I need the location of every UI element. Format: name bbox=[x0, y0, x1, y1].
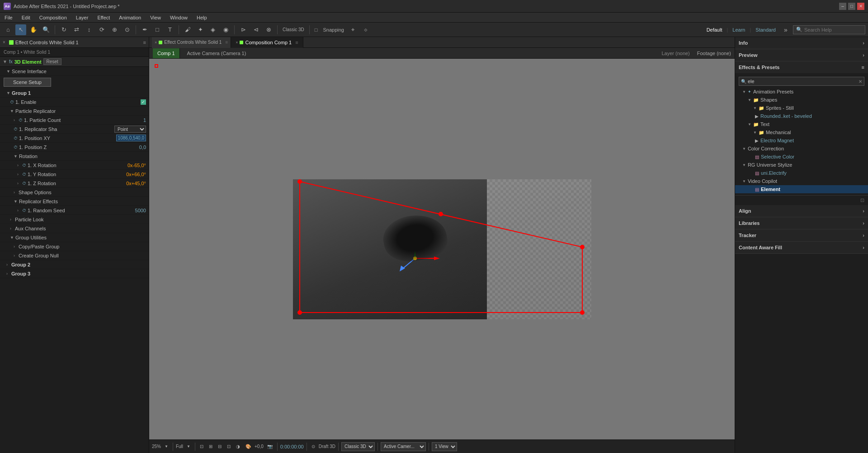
info-expand[interactable]: › bbox=[863, 40, 864, 46]
text-arrow[interactable]: ▼ bbox=[748, 122, 751, 126]
view-mode-select[interactable]: Classic 3D bbox=[341, 442, 375, 451]
hand-tool[interactable]: ✋ bbox=[28, 24, 39, 35]
menu-window[interactable]: Window bbox=[168, 14, 189, 21]
group3-arrow[interactable]: › bbox=[6, 271, 10, 276]
pos-xy-stopwatch[interactable]: ⏱ bbox=[14, 136, 18, 140]
rotate-tool[interactable]: ↻ bbox=[58, 24, 69, 35]
zoom-tool[interactable]: 🔍 bbox=[41, 24, 52, 35]
info-header[interactable]: Info › bbox=[735, 37, 868, 49]
particle-count-value[interactable]: 1 bbox=[143, 117, 146, 123]
3d-draft-btn[interactable]: ⊙ bbox=[310, 443, 317, 450]
menu-view[interactable]: View bbox=[148, 14, 163, 21]
stamp-tool[interactable]: ✦ bbox=[195, 24, 206, 35]
group-utilities-arrow[interactable]: ▼ bbox=[10, 235, 14, 240]
menu-composition[interactable]: Composition bbox=[38, 14, 69, 21]
y-rot-stopwatch[interactable]: ⏱ bbox=[22, 172, 26, 177]
eraser-tool[interactable]: ◈ bbox=[208, 24, 218, 35]
workspace-more[interactable]: » bbox=[780, 24, 791, 35]
corner-tl[interactable] bbox=[155, 64, 158, 68]
tab-composition[interactable]: × Composition Comp 1 ≡ bbox=[231, 37, 303, 48]
effects-search-clear[interactable]: ✕ bbox=[859, 79, 862, 84]
camera-tool-4[interactable]: ⊕ bbox=[109, 24, 120, 35]
enable-checkbox[interactable]: ✓ bbox=[141, 99, 146, 105]
random-seed-expand[interactable]: › bbox=[17, 208, 21, 213]
preview-expand[interactable]: › bbox=[863, 52, 864, 58]
camera-snap-btn[interactable]: 📷 bbox=[265, 443, 274, 450]
camera-tool-3[interactable]: ⟳ bbox=[96, 24, 107, 35]
selective-color-preset[interactable]: ▤ Selective Color bbox=[735, 153, 868, 161]
text-group[interactable]: ▼ 📁 Text bbox=[735, 120, 868, 128]
sprites-arrow[interactable]: ▼ bbox=[753, 106, 757, 110]
align-expand[interactable]: › bbox=[863, 208, 864, 214]
workspace-learn[interactable]: Learn bbox=[730, 26, 748, 33]
y-rotation-value[interactable]: 0x+66,0° bbox=[126, 172, 146, 177]
menu-animation[interactable]: Animation bbox=[117, 14, 143, 21]
reset-button[interactable]: Reset bbox=[43, 58, 61, 65]
effect-tab-menu[interactable]: ≡ bbox=[225, 40, 228, 45]
x-rot-stopwatch[interactable]: ⏱ bbox=[22, 163, 26, 168]
grid-btn[interactable]: ⊞ bbox=[207, 443, 214, 450]
camera-view-select[interactable]: Active Camer... bbox=[381, 442, 426, 451]
comp-tab-close[interactable]: × bbox=[236, 40, 238, 45]
z-rotation-value[interactable]: 0x+45,0° bbox=[126, 181, 146, 186]
tab-effect-controls[interactable]: × Effect Controls White Solid 1 ≡ bbox=[152, 37, 231, 48]
tracker-header[interactable]: Tracker › bbox=[735, 229, 868, 241]
zoom-select[interactable]: ▼ bbox=[163, 444, 170, 449]
panel-resize-handle[interactable]: ⊡ bbox=[735, 196, 868, 205]
search-help-input[interactable] bbox=[804, 27, 859, 33]
brush-tool[interactable]: 🖌 bbox=[182, 24, 193, 35]
anim-presets-arrow[interactable]: ▼ bbox=[742, 90, 746, 94]
camera-tool-2[interactable]: ↕ bbox=[84, 24, 94, 35]
effects-search-input[interactable] bbox=[748, 79, 857, 84]
video-copilot-group[interactable]: ▼ Video Copilot bbox=[735, 177, 868, 185]
random-seed-stopwatch[interactable]: ⏱ bbox=[22, 208, 26, 213]
menu-edit[interactable]: Edit bbox=[20, 14, 32, 21]
rounded-bevel-preset[interactable]: ▶ Rounded..ket - beveled bbox=[735, 112, 868, 120]
text-tool[interactable]: T bbox=[165, 24, 175, 35]
animation-presets-group[interactable]: ▼ ✦ Animation Presets bbox=[735, 88, 868, 96]
camera-tool-5[interactable]: ⊙ bbox=[122, 24, 132, 35]
sprites-still-group[interactable]: ▼ 📁 Sprites - Still bbox=[735, 104, 868, 112]
content-aware-header[interactable]: Content Aware Fill › bbox=[735, 242, 868, 253]
ruler-btn[interactable]: ⊡ bbox=[225, 443, 232, 450]
y-rot-expand[interactable]: › bbox=[17, 172, 21, 177]
effect-tab-close[interactable]: × bbox=[155, 40, 157, 45]
x-rotation-value[interactable]: 0x-65,0° bbox=[127, 163, 146, 168]
rotation-arrow[interactable]: ▼ bbox=[14, 154, 18, 159]
motion-blur-btn[interactable]: ◑ bbox=[234, 443, 242, 450]
color-correction-group[interactable]: ▼ Color Correction bbox=[735, 145, 868, 153]
effects-presets-header[interactable]: Effects & Presets ≡ bbox=[735, 61, 868, 73]
rg-universe-group[interactable]: ▼ RG Universe Stylize bbox=[735, 161, 868, 169]
panel-menu-btn[interactable]: ≡ bbox=[143, 40, 146, 45]
position-z-value[interactable]: 0,0 bbox=[139, 145, 146, 150]
menu-effect[interactable]: Effect bbox=[95, 14, 112, 21]
view-count-select[interactable]: 1 View bbox=[432, 442, 457, 451]
snap-mode-btn[interactable]: ⌖ bbox=[348, 24, 359, 35]
maximize-button[interactable]: □ bbox=[848, 3, 855, 10]
close-button[interactable]: ✕ bbox=[857, 3, 864, 10]
color-mgmt-btn[interactable]: 🎨 bbox=[244, 443, 253, 450]
minimize-button[interactable]: – bbox=[839, 3, 846, 10]
position-xy-value[interactable]: 1086,0,540,0 bbox=[116, 135, 146, 141]
aux-channels-arrow[interactable]: › bbox=[10, 226, 14, 231]
quality-select[interactable]: ▼ bbox=[185, 444, 192, 449]
libraries-header[interactable]: Libraries › bbox=[735, 217, 868, 229]
home-button[interactable]: ⌂ bbox=[3, 24, 14, 35]
menu-help[interactable]: Help bbox=[195, 14, 209, 21]
viewer-comp-tab[interactable]: Comp 1 bbox=[153, 48, 180, 58]
pin-tool-3[interactable]: ⊗ bbox=[263, 24, 274, 35]
shapes-arrow[interactable]: ▼ bbox=[748, 98, 751, 102]
particle-count-expand[interactable]: › bbox=[14, 118, 17, 122]
particle-replicator-arrow[interactable]: ▼ bbox=[10, 109, 14, 113]
scene-setup-btn[interactable]: Scene Setup bbox=[4, 78, 51, 87]
replicator-shape-stopwatch[interactable]: ⏱ bbox=[14, 127, 18, 131]
panel-close-btn[interactable]: × bbox=[3, 40, 5, 45]
mechanical-group[interactable]: ▼ 📁 Mechanical bbox=[735, 128, 868, 136]
effect-expand-arrow[interactable]: ▼ bbox=[3, 59, 7, 64]
replicator-shape-select[interactable]: Point bbox=[114, 126, 146, 133]
x-rot-expand[interactable]: › bbox=[17, 163, 21, 168]
menu-layer[interactable]: Layer bbox=[74, 14, 90, 21]
pen-tool[interactable]: ✒ bbox=[139, 24, 150, 35]
tracker-expand[interactable]: › bbox=[863, 233, 864, 238]
puppet-tool[interactable]: ◉ bbox=[220, 24, 231, 35]
